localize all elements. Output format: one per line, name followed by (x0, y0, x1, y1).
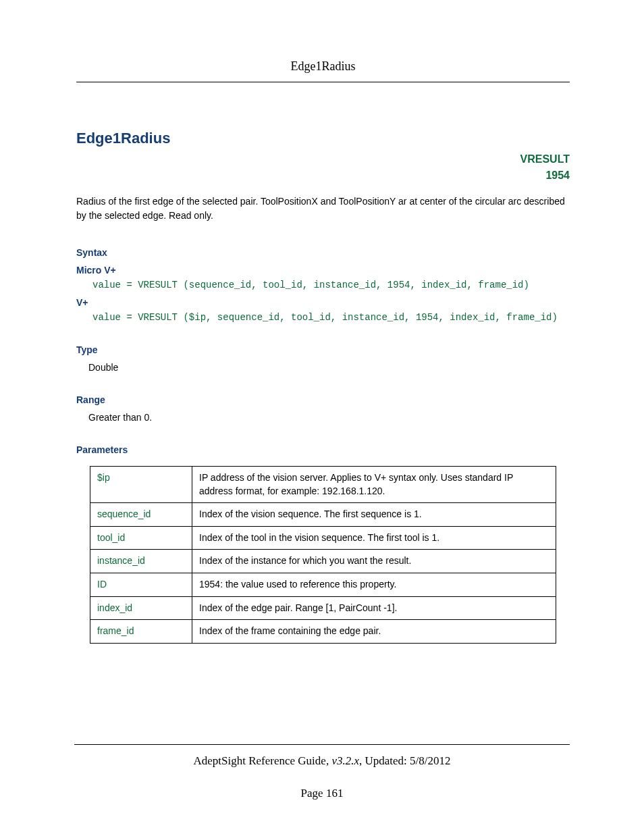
syntax-vplus-label: V+ (76, 297, 570, 308)
header-rule (76, 82, 570, 82)
param-name: frame_id (90, 620, 192, 644)
page-header-title: Edge1Radius (76, 59, 570, 74)
param-name: ID (90, 573, 192, 596)
footer-guide-line: AdeptSight Reference Guide, v3.2.x, Upda… (74, 754, 570, 768)
param-desc: Index of the edge pair. Range [1, PairCo… (192, 596, 556, 620)
table-row: tool_idIndex of the tool in the vision s… (90, 526, 556, 550)
footer-updated: , Updated: 5/8/2012 (359, 754, 451, 767)
syntax-micro-code: value = VRESULT (sequence_id, tool_id, i… (92, 280, 570, 290)
footer-page-number: Page 161 (74, 787, 570, 800)
param-desc: IP address of the vision server. Applies… (192, 467, 556, 503)
param-name: index_id (90, 596, 192, 620)
table-row: $ipIP address of the vision server. Appl… (90, 467, 556, 503)
range-value: Greater than 0. (88, 412, 570, 423)
footer-rule (74, 744, 570, 745)
param-desc: Index of the instance for which you want… (192, 550, 556, 573)
topic-title: Edge1Radius (76, 130, 570, 147)
parameters-heading: Parameters (76, 444, 570, 455)
type-heading: Type (76, 344, 570, 355)
footer-version: , v3.2.x (326, 754, 359, 767)
param-desc: Index of the tool in the vision sequence… (192, 526, 556, 550)
meta-id: 1954 (76, 167, 570, 184)
syntax-vplus-code: value = VRESULT ($ip, sequence_id, tool_… (92, 312, 570, 323)
syntax-micro-label: Micro V+ (76, 265, 570, 276)
param-desc: Index of the frame containing the edge p… (192, 620, 556, 644)
type-value: Double (88, 362, 570, 373)
meta-kind: VRESULT (76, 151, 570, 167)
table-row: instance_idIndex of the instance for whi… (90, 550, 556, 573)
table-row: index_idIndex of the edge pair. Range [1… (90, 596, 556, 620)
topic-description: Radius of the first edge of the selected… (76, 194, 570, 223)
footer-guide: AdeptSight Reference Guide (194, 754, 326, 767)
table-row: ID1954: the value used to reference this… (90, 573, 556, 596)
param-desc: 1954: the value used to reference this p… (192, 573, 556, 596)
param-name: sequence_id (90, 503, 192, 527)
parameters-table: $ipIP address of the vision server. Appl… (90, 466, 556, 644)
range-heading: Range (76, 394, 570, 405)
topic-meta: VRESULT 1954 (76, 151, 570, 184)
param-desc: Index of the vision sequence. The first … (192, 503, 556, 527)
param-name: tool_id (90, 526, 192, 550)
table-row: frame_idIndex of the frame containing th… (90, 620, 556, 644)
param-name: $ip (90, 467, 192, 503)
param-name: instance_id (90, 550, 192, 573)
syntax-heading: Syntax (76, 247, 570, 258)
table-row: sequence_idIndex of the vision sequence.… (90, 503, 556, 527)
